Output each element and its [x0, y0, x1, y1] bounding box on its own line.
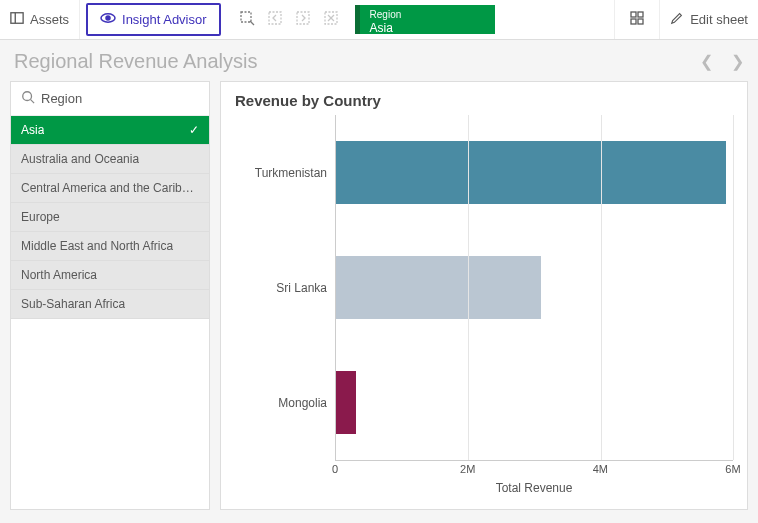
- sheet-nav: ❮ ❯: [700, 52, 744, 71]
- svg-point-3: [106, 16, 110, 20]
- top-toolbar: Assets Insight Advisor Region Asia: [0, 0, 758, 40]
- bookmarks-button[interactable]: [614, 0, 659, 39]
- step-back-icon[interactable]: [267, 10, 283, 30]
- chart-panel: Revenue by Country TurkmenistanSri Lanka…: [220, 81, 748, 510]
- step-forward-icon[interactable]: [295, 10, 311, 30]
- pencil-icon: [670, 11, 684, 28]
- filter-item[interactable]: Europe: [11, 203, 209, 232]
- filter-item[interactable]: Sub-Saharan Africa: [11, 290, 209, 319]
- svg-rect-11: [631, 12, 636, 17]
- chart-y-label: Mongolia: [235, 346, 335, 461]
- bookmarks-icon: [629, 10, 645, 29]
- svg-rect-14: [638, 19, 643, 24]
- next-sheet-button[interactable]: ❯: [731, 52, 744, 71]
- chart-y-label: Sri Lanka: [235, 230, 335, 345]
- chart-x-tick: 2M: [460, 463, 475, 475]
- svg-rect-7: [297, 12, 309, 24]
- svg-point-15: [23, 92, 32, 101]
- filter-item-label: Sub-Saharan Africa: [21, 297, 125, 311]
- chart-plot-area[interactable]: TurkmenistanSri LankaMongolia: [235, 115, 733, 461]
- chart-x-tick: 4M: [593, 463, 608, 475]
- chart-bar[interactable]: [336, 141, 726, 204]
- svg-rect-4: [241, 12, 251, 22]
- edit-sheet-label: Edit sheet: [690, 12, 748, 27]
- filter-item-label: Middle East and North Africa: [21, 239, 173, 253]
- svg-rect-6: [269, 12, 281, 24]
- selection-toolgroup: [227, 0, 351, 39]
- filter-item-label: Australia and Oceania: [21, 152, 139, 166]
- filter-list: Asia✓Australia and OceaniaCentral Americ…: [11, 116, 209, 319]
- insight-label: Insight Advisor: [122, 12, 207, 27]
- filter-field-label: Region: [41, 91, 82, 106]
- panel-icon: [10, 11, 24, 28]
- svg-line-16: [31, 100, 35, 104]
- svg-rect-0: [11, 13, 23, 24]
- filter-item[interactable]: Australia and Oceania: [11, 145, 209, 174]
- selection-pill-value: Asia: [370, 21, 485, 35]
- prev-sheet-button[interactable]: ❮: [700, 52, 713, 71]
- search-icon: [21, 90, 35, 107]
- sheet-title-row: Regional Revenue Analysis ❮ ❯: [0, 40, 758, 81]
- filter-item[interactable]: Asia✓: [11, 116, 209, 145]
- insight-advisor-button[interactable]: Insight Advisor: [86, 3, 221, 36]
- chart-bar[interactable]: [336, 256, 541, 319]
- selection-pill-region[interactable]: Region Asia: [355, 5, 495, 34]
- chart-bar[interactable]: [336, 371, 356, 434]
- filter-item-label: North America: [21, 268, 97, 282]
- edit-sheet-button[interactable]: Edit sheet: [659, 0, 758, 39]
- filter-item-label: Central America and the Carib…: [21, 181, 194, 195]
- svg-rect-12: [638, 12, 643, 17]
- filter-item[interactable]: Middle East and North Africa: [11, 232, 209, 261]
- svg-rect-13: [631, 19, 636, 24]
- check-icon: ✓: [189, 123, 199, 137]
- filter-pane-region: Region Asia✓Australia and OceaniaCentral…: [10, 81, 210, 510]
- filter-item[interactable]: Central America and the Carib…: [11, 174, 209, 203]
- chart-title: Revenue by Country: [235, 92, 733, 109]
- assets-label: Assets: [30, 12, 69, 27]
- chart-xlabel: Total Revenue: [335, 481, 733, 495]
- chart-y-label: Turkmenistan: [235, 115, 335, 230]
- sheet-title: Regional Revenue Analysis: [14, 50, 258, 73]
- chart-x-tick: 0: [332, 463, 338, 475]
- selection-pill-label: Region: [370, 9, 485, 21]
- insight-icon: [100, 10, 116, 29]
- assets-button[interactable]: Assets: [0, 0, 80, 39]
- svg-line-5: [250, 21, 254, 25]
- filter-item[interactable]: North America: [11, 261, 209, 290]
- chart-x-tick: 6M: [725, 463, 740, 475]
- filter-item-label: Asia: [21, 123, 44, 137]
- filter-item-label: Europe: [21, 210, 60, 224]
- smart-search-icon[interactable]: [239, 10, 255, 30]
- clear-selections-icon[interactable]: [323, 10, 339, 30]
- filter-header[interactable]: Region: [11, 82, 209, 116]
